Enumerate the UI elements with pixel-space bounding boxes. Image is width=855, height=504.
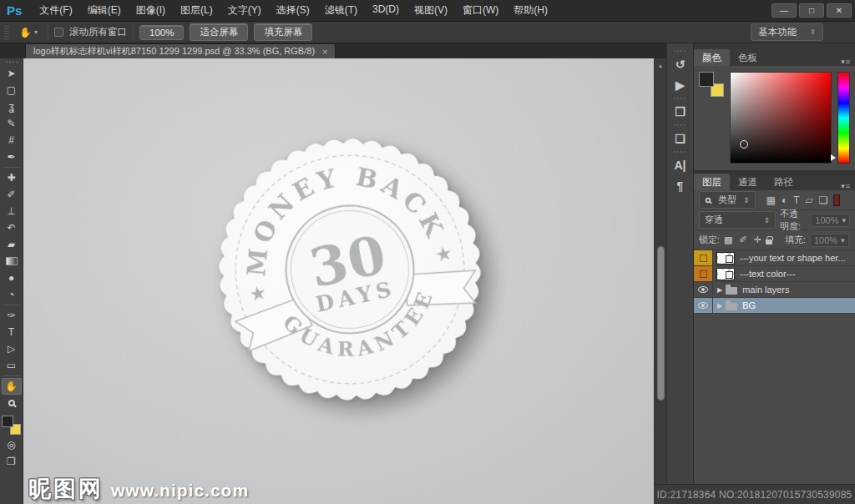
dodge-tool-icon[interactable]: ◔ xyxy=(2,286,22,303)
lasso-tool-icon[interactable]: ʓ xyxy=(2,98,22,115)
gradient-tool-icon[interactable] xyxy=(2,253,22,270)
visibility-toggle[interactable] xyxy=(694,266,713,281)
menu-item[interactable]: 窗口(W) xyxy=(455,3,506,18)
filter-icon[interactable]: ◐ xyxy=(782,194,787,206)
brush-tool-icon[interactable]: ✐ xyxy=(2,186,22,203)
tool-divider xyxy=(3,375,20,376)
color-swatches[interactable] xyxy=(2,416,21,435)
lock-icon[interactable]: ▩ xyxy=(724,234,732,245)
canvas-vertical-scrollbar[interactable]: ▲ xyxy=(654,58,666,504)
layer-row[interactable]: ---your text or shape her... xyxy=(694,250,855,266)
layer-row[interactable]: ---text color--- xyxy=(694,266,855,282)
menu-item[interactable]: 文字(Y) xyxy=(220,3,269,18)
close-button[interactable]: ✕ xyxy=(827,3,852,18)
marquee-tool-icon[interactable]: ▢ xyxy=(2,82,22,98)
history-panel-icon[interactable]: ↺ xyxy=(670,53,691,74)
type-tool-icon[interactable]: T xyxy=(2,324,22,340)
document-tab[interactable]: logo样机标志样机vi样机87150 1299 1299.psd @ 33.3… xyxy=(25,43,336,58)
tab-通道[interactable]: 通道 xyxy=(730,174,766,190)
tab-close-icon[interactable]: × xyxy=(322,47,327,57)
foreground-color-swatch[interactable] xyxy=(2,416,13,427)
styles-panel-icon[interactable]: ❒ xyxy=(670,101,691,122)
panel-color-swatches[interactable] xyxy=(699,72,724,97)
menu-item[interactable]: 图像(I) xyxy=(129,3,173,18)
visibility-toggle[interactable] xyxy=(694,282,713,297)
menu-item[interactable]: 3D(D) xyxy=(365,3,407,18)
scrollbar-thumb[interactable] xyxy=(657,246,665,401)
gradient-chip xyxy=(6,257,18,265)
filter-icon[interactable]: ❏ xyxy=(819,194,828,206)
maximize-button[interactable]: □ xyxy=(799,3,824,18)
fill-value: 100% xyxy=(814,235,837,245)
move-tool-icon[interactable]: ➤ xyxy=(2,65,22,82)
lock-label: 锁定: xyxy=(699,234,720,246)
lock-all-icon[interactable] xyxy=(766,239,772,244)
filter-icon[interactable]: ▦ xyxy=(766,194,776,206)
panel-menu-icon[interactable]: ▾≡ xyxy=(841,58,855,66)
document-canvas[interactable]: MONEY BACK ★ ★ 30 DAYS GUARANTEE xyxy=(23,58,654,504)
filter-icon[interactable]: T xyxy=(793,194,799,206)
menu-item[interactable]: 滤镜(T) xyxy=(317,3,365,18)
zoom-tool-icon[interactable] xyxy=(2,395,22,411)
character-panel-icon[interactable]: A| xyxy=(670,154,691,175)
visibility-toggle[interactable] xyxy=(694,298,713,313)
filter-icon[interactable]: ▱ xyxy=(805,194,812,206)
screen-mode-button[interactable]: ❐ xyxy=(2,453,22,470)
history-brush-tool-icon[interactable]: ↶ xyxy=(2,219,22,236)
minimize-button[interactable]: — xyxy=(772,3,797,18)
zoom-100-button[interactable]: 100% xyxy=(139,25,184,40)
layers-panel-empty-area xyxy=(694,314,855,504)
filter-toggle-switch[interactable] xyxy=(833,194,840,206)
workspace-label: 基本功能 xyxy=(758,26,797,38)
fit-screen-button[interactable]: 适合屏幕 xyxy=(190,23,248,41)
info-panel-icon[interactable]: ❏ xyxy=(670,128,691,149)
expand-caret-icon[interactable]: ▶ xyxy=(717,286,722,294)
lock-icon[interactable]: ✐ xyxy=(739,234,746,245)
clone-stamp-tool-icon[interactable]: ⊥ xyxy=(2,203,22,219)
blend-mode-dropdown[interactable]: 穿透 ⇕ xyxy=(699,211,776,229)
workspace-switcher[interactable]: 基本功能 ⇕ xyxy=(751,23,823,41)
scrollbar-up-arrow-icon[interactable]: ▲ xyxy=(655,63,666,68)
visibility-toggle[interactable] xyxy=(694,250,713,265)
tab-颜色[interactable]: 颜色 xyxy=(694,49,730,66)
lock-icon[interactable]: ✛ xyxy=(754,234,761,245)
saturation-brightness-field[interactable] xyxy=(730,72,832,164)
tab-图层[interactable]: 图层 xyxy=(694,174,730,190)
scroll-all-windows-checkbox[interactable] xyxy=(54,28,63,37)
foreground-color-swatch[interactable] xyxy=(699,72,714,87)
fill-dropdown[interactable]: 100% ▾ xyxy=(810,234,849,247)
layer-row[interactable]: ▶main layers xyxy=(694,282,855,298)
layer-filter-type-dropdown[interactable]: 类型 ⇕ xyxy=(699,191,756,209)
panel-menu-icon[interactable]: ▾≡ xyxy=(841,182,855,190)
hand-tool-icon[interactable]: ✋ xyxy=(2,378,22,395)
blur-tool-icon[interactable]: ● xyxy=(2,270,22,286)
fill-screen-button[interactable]: 填充屏幕 xyxy=(254,23,312,41)
tab-路径[interactable]: 路径 xyxy=(766,174,802,190)
menu-item[interactable]: 选择(S) xyxy=(269,3,317,18)
healing-brush-tool-icon[interactable]: ✚ xyxy=(2,169,22,186)
tab-色板[interactable]: 色板 xyxy=(730,49,766,66)
actions-panel-icon[interactable]: ▶ xyxy=(670,74,691,95)
hue-slider-pointer[interactable] xyxy=(831,154,836,161)
menu-item[interactable]: 图层(L) xyxy=(173,3,220,18)
menu-item[interactable]: 文件(F) xyxy=(32,3,79,18)
quick-selection-tool-icon[interactable]: ✎ xyxy=(2,115,22,132)
eraser-tool-icon[interactable]: ▰ xyxy=(2,236,22,253)
menu-item[interactable]: 视图(V) xyxy=(407,3,455,18)
expand-caret-icon[interactable]: ▶ xyxy=(717,302,722,310)
pen-tool-icon[interactable]: ✑ xyxy=(2,307,22,324)
shape-tool-icon[interactable]: ▭ xyxy=(2,357,22,374)
eyedropper-tool-icon[interactable]: ✒ xyxy=(2,149,22,165)
color-field-cursor[interactable] xyxy=(740,140,748,149)
menu-item[interactable]: 帮助(H) xyxy=(506,3,555,18)
quick-mask-button[interactable]: ◎ xyxy=(2,436,22,453)
opacity-dropdown[interactable]: 100% ▾ xyxy=(811,214,850,227)
hue-ramp[interactable] xyxy=(837,72,850,164)
tool-preset-button[interactable]: ✋ ▾ xyxy=(15,26,42,39)
crop-tool-icon[interactable]: # xyxy=(2,132,22,149)
layer-filter-icons: ▦◐T▱❏ xyxy=(766,194,828,206)
path-selection-tool-icon[interactable]: ▷ xyxy=(2,340,22,357)
menu-item[interactable]: 编辑(E) xyxy=(80,3,129,18)
paragraph-panel-icon[interactable]: ¶ xyxy=(670,175,691,196)
layer-row[interactable]: ▶BG xyxy=(694,298,855,314)
